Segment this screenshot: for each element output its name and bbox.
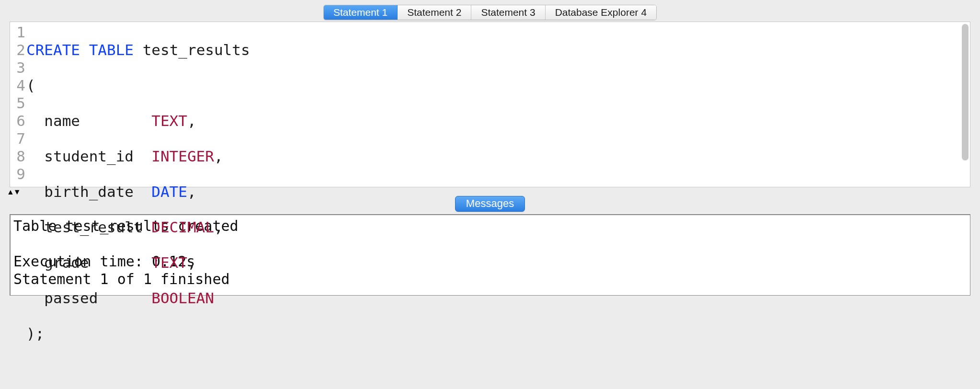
code-area[interactable]: CREATE TABLE test_results ( name TEXT, s… [26, 22, 970, 187]
sql-editor-panel: 1 2 3 4 5 6 7 8 9 CREATE TABLE test_resu… [10, 22, 970, 187]
editor-scrollbar[interactable] [962, 24, 969, 160]
line-number: 4 [10, 77, 26, 94]
code-line[interactable]: ); [26, 325, 970, 343]
line-number: 9 [10, 165, 26, 183]
tab-statement-2[interactable]: Statement 2 [398, 5, 471, 20]
code-line[interactable]: passed BOOLEAN [26, 289, 970, 307]
line-number: 6 [10, 112, 26, 130]
line-number: 3 [10, 59, 26, 77]
line-number-gutter: 1 2 3 4 5 6 7 8 9 [10, 22, 26, 187]
code-line[interactable]: birth_date DATE, [26, 183, 970, 201]
line-number: 1 [10, 23, 26, 41]
code-line[interactable]: grade TEXT, [26, 254, 970, 272]
code-line[interactable]: CREATE TABLE test_results [26, 41, 970, 59]
splitter-handle-icon[interactable]: ▲▼ [7, 190, 20, 194]
line-number: 7 [10, 130, 26, 148]
tab-database-explorer-4[interactable]: Database Explorer 4 [546, 5, 656, 20]
code-line[interactable]: ( [26, 77, 970, 94]
line-number: 2 [10, 41, 26, 59]
line-number: 5 [10, 94, 26, 112]
code-line[interactable]: test_result DECIMAL, [26, 218, 970, 236]
code-line[interactable]: student_id INTEGER, [26, 148, 970, 165]
tab-statement-3[interactable]: Statement 3 [471, 5, 545, 20]
tab-group: Statement 1 Statement 2 Statement 3 Data… [323, 5, 657, 20]
line-number: 8 [10, 148, 26, 165]
main-tabbar: Statement 1 Statement 2 Statement 3 Data… [0, 0, 980, 22]
tab-statement-1[interactable]: Statement 1 [324, 5, 398, 20]
sql-editor[interactable]: 1 2 3 4 5 6 7 8 9 CREATE TABLE test_resu… [10, 22, 970, 187]
code-line[interactable]: name TEXT, [26, 112, 970, 130]
